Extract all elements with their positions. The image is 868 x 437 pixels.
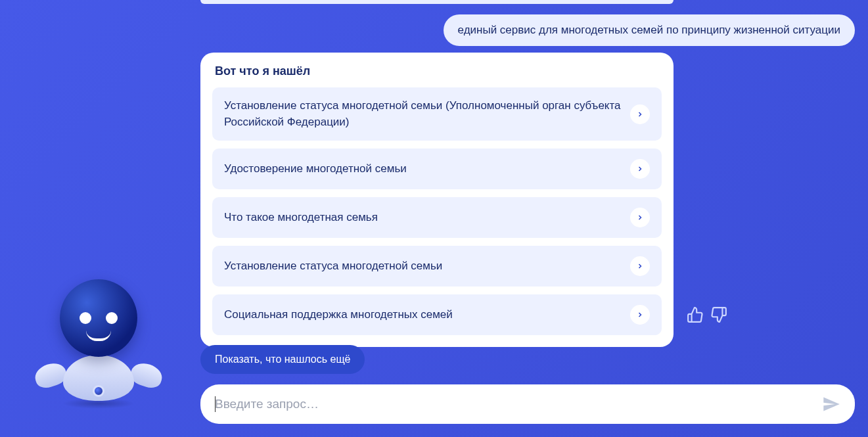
result-text: Социальная поддержка многодетных семей bbox=[224, 307, 630, 323]
input-bar bbox=[200, 384, 855, 424]
user-message: единый сервис для многодетных семей по п… bbox=[444, 14, 855, 46]
user-message-text: единый сервис для многодетных семей по п… bbox=[458, 24, 840, 36]
result-item-1[interactable]: Удостоверение многодетной семьи bbox=[212, 149, 662, 189]
thumbs-up-icon[interactable] bbox=[687, 306, 704, 323]
chevron-right-icon bbox=[630, 104, 650, 124]
text-cursor bbox=[215, 396, 216, 412]
result-text: Установление статуса многодетной семьи (… bbox=[224, 98, 630, 130]
thumbs-down-icon[interactable] bbox=[710, 306, 727, 323]
result-text: Установление статуса многодетной семьи bbox=[224, 258, 630, 275]
result-item-0[interactable]: Установление статуса многодетной семьи (… bbox=[212, 87, 662, 141]
result-item-4[interactable]: Социальная поддержка многодетных семей bbox=[212, 294, 662, 335]
bot-heading: Вот что я нашёл bbox=[212, 64, 662, 78]
show-more-button[interactable]: Показать, что нашлось ещё bbox=[200, 345, 365, 374]
bot-response-card: Вот что я нашёл Установление статуса мно… bbox=[200, 53, 674, 347]
chevron-right-icon bbox=[630, 159, 650, 179]
result-item-3[interactable]: Установление статуса многодетной семьи bbox=[212, 246, 662, 287]
previous-message-edge bbox=[200, 0, 674, 4]
chevron-right-icon bbox=[630, 256, 650, 276]
result-item-2[interactable]: Что такое многодетная семья bbox=[212, 197, 662, 238]
chevron-right-icon bbox=[630, 208, 650, 227]
chevron-right-icon bbox=[630, 305, 650, 325]
message-input[interactable] bbox=[215, 397, 822, 411]
send-icon[interactable] bbox=[822, 395, 840, 413]
result-text: Что такое многодетная семья bbox=[224, 210, 630, 226]
result-text: Удостоверение многодетной семьи bbox=[224, 161, 630, 177]
feedback-actions bbox=[687, 306, 727, 323]
bot-avatar bbox=[36, 279, 161, 407]
chat-area: единый сервис для многодетных семей по п… bbox=[200, 0, 855, 437]
